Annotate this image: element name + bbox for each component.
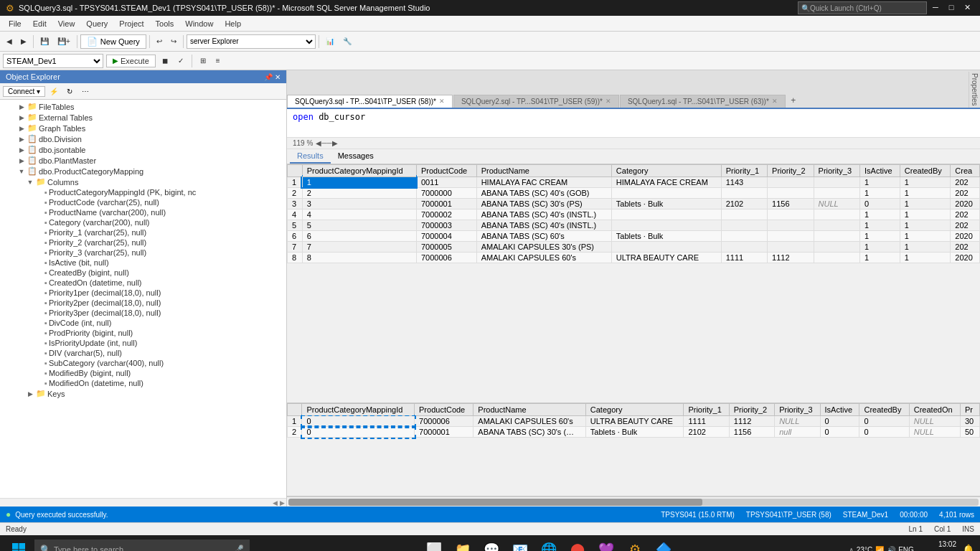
taskbar-outlook[interactable]: 📧: [509, 538, 532, 551]
start-button[interactable]: [6, 537, 32, 551]
table-row[interactable]: 337000001ABANA TABS (SC) 30's (PS)Tablet…: [288, 198, 980, 209]
cancel-query-button[interactable]: ◼: [159, 53, 171, 69]
col-active[interactable]: IsActive: [860, 164, 900, 176]
tree-node-19[interactable]: ▪Priority2per (decimal(18,0), null): [0, 298, 286, 308]
tree-node-8[interactable]: ▪ProductCategoryMappingId (PK, bigint, n…: [0, 187, 286, 197]
tab-query2[interactable]: SQLQuery2.sql - TP...S041\TP_USER (59))*…: [453, 95, 619, 108]
tree-node-5[interactable]: ▶📋dbo.PlantMaster: [0, 155, 286, 166]
col-by[interactable]: CreatedBy: [900, 164, 950, 176]
col-id[interactable]: ProductCategoryMappingId: [302, 164, 416, 176]
tab-query3[interactable]: SQLQuery3.sql - TP...S041\TP_USER (58))*…: [287, 95, 453, 108]
save-button[interactable]: 💾: [37, 34, 52, 50]
tree-node-20[interactable]: ▪Priority3per (decimal(18,0), null): [0, 308, 286, 318]
tree-node-23[interactable]: ▪IsPriorityUpdate (int, null): [0, 338, 286, 348]
col2-on[interactable]: CreatedOn: [909, 404, 960, 416]
col-category[interactable]: Category: [611, 164, 721, 176]
oe-pin-button[interactable]: 📌 ✕: [264, 73, 281, 81]
taskbar-teams[interactable]: 💬: [480, 538, 503, 551]
result-tab-results[interactable]: Results: [290, 149, 331, 164]
undo-button[interactable]: ↩: [153, 34, 166, 50]
execute-button[interactable]: ▶ Execute: [106, 55, 156, 67]
tree-node-15[interactable]: ▪IsActive (bit, null): [0, 258, 286, 268]
col2-active[interactable]: IsActive: [820, 404, 859, 416]
menu-help[interactable]: Help: [219, 18, 247, 29]
clock[interactable]: 13:02 06-07-2022: [920, 540, 956, 551]
col-p1[interactable]: Priority_1: [721, 164, 767, 176]
col-code[interactable]: ProductCode: [416, 164, 476, 176]
menu-tools[interactable]: Tools: [150, 18, 180, 29]
tree-node-27[interactable]: ▪ModifiedOn (datetime, null): [0, 378, 286, 388]
tab-query1[interactable]: SQLQuery1.sql - TP...S041\TP_USER (63))*…: [620, 95, 786, 108]
col2-id[interactable]: ProductCategoryMappingId: [302, 404, 415, 416]
redo-button[interactable]: ↪: [167, 34, 180, 50]
results-to-grid-button[interactable]: ⊞: [197, 53, 209, 69]
tree-node-4[interactable]: ▶📋dbo.jsontable: [0, 144, 286, 155]
menu-window[interactable]: Window: [179, 18, 219, 29]
hscroll-track[interactable]: [288, 499, 979, 506]
col-p3[interactable]: Priority_3: [814, 164, 859, 176]
close-button[interactable]: ✕: [960, 1, 974, 13]
back-button[interactable]: ◀: [3, 34, 16, 50]
tree-node-21[interactable]: ▪DivCode (int, null): [0, 318, 286, 328]
taskbar-explorer[interactable]: 📁: [451, 538, 474, 551]
minimize-button[interactable]: ─: [928, 1, 943, 13]
tab-query1-close[interactable]: ✕: [772, 98, 778, 105]
table-row[interactable]: 107000006AMALAKI CAPSULES 60'sULTRA BEAU…: [288, 416, 980, 427]
tab-query2-close[interactable]: ✕: [606, 98, 611, 105]
col2-p3[interactable]: Priority_3: [775, 404, 820, 416]
oe-more-button[interactable]: ⋯: [78, 85, 93, 98]
menu-file[interactable]: File: [3, 18, 27, 29]
tree-node-26[interactable]: ▪ModifiedBy (bigint, null): [0, 368, 286, 378]
properties-tab[interactable]: Properties: [969, 72, 980, 108]
result-tab-messages[interactable]: Messages: [331, 149, 381, 164]
tab-add-button[interactable]: +: [786, 93, 801, 108]
table-row[interactable]: 557000003ABANA TABS (SC) 40's (INSTL.)11…: [288, 220, 980, 230]
database-selector[interactable]: STEAM_Dev1: [3, 54, 103, 68]
query-editor[interactable]: open db_cursor: [287, 109, 980, 138]
tree-node-25[interactable]: ▪SubCategory (varchar(400), null): [0, 358, 286, 368]
table-row[interactable]: 110011HIMALAYA FAC CREAMHIMALAYA FACE CR…: [288, 176, 980, 187]
col-p2[interactable]: Priority_2: [768, 164, 814, 176]
col2-code[interactable]: ProductCode: [415, 404, 473, 416]
new-query-button[interactable]: 📄 New Query: [80, 34, 146, 49]
tree-node-28[interactable]: ▶📁Keys: [0, 388, 286, 399]
oe-connect-button[interactable]: Connect ▾: [3, 86, 45, 97]
taskbar-vscode[interactable]: 🔷: [652, 538, 675, 551]
tree-node-14[interactable]: ▪Priority_3 (varchar(25), null): [0, 248, 286, 258]
tree-node-18[interactable]: ▪Priority1per (decimal(18,0), null): [0, 288, 286, 298]
col2-extra[interactable]: Pr: [961, 404, 980, 416]
parse-button[interactable]: ✓: [174, 53, 187, 69]
col2-by[interactable]: CreatedBy: [859, 404, 909, 416]
table-row[interactable]: 207000001ABANA TABS (SC) 30's (…Tablets …: [288, 427, 980, 438]
col-name[interactable]: ProductName: [476, 164, 611, 176]
systray-volume[interactable]: 🔊: [887, 546, 895, 552]
hscroll-bar[interactable]: [287, 496, 980, 507]
taskbar-chrome[interactable]: ⬤: [566, 538, 589, 551]
table-row[interactable]: 887000006AMALAKI CAPSULES 60'sULTRA BEAU…: [288, 252, 980, 263]
restore-button[interactable]: □: [944, 1, 958, 13]
taskbar-search[interactable]: 🔍 Type here to search 🎤: [34, 540, 250, 551]
object-explorer-button[interactable]: 📊: [322, 34, 338, 50]
zoom-slider[interactable]: ◀──▶: [316, 139, 337, 147]
save-all-button[interactable]: 💾+: [54, 34, 74, 50]
tree-node-3[interactable]: ▶📋dbo.Division: [0, 133, 286, 144]
hscroll-thumb[interactable]: [288, 499, 702, 506]
menu-edit[interactable]: Edit: [27, 18, 52, 29]
col2-category[interactable]: Category: [585, 404, 684, 416]
systray-arrow[interactable]: ∧: [849, 546, 854, 552]
col-on[interactable]: Crea: [951, 164, 980, 176]
tree-node-12[interactable]: ▪Priority_1 (varchar(25), null): [0, 227, 286, 237]
taskbar-ssms[interactable]: ⚙: [623, 538, 646, 551]
forward-button[interactable]: ▶: [17, 34, 30, 50]
oe-refresh-button[interactable]: ↻: [62, 85, 77, 98]
col2-p2[interactable]: Priority_2: [729, 404, 774, 416]
oe-filter-button[interactable]: ⚡: [47, 85, 61, 98]
tree-node-9[interactable]: ▪ProductCode (varchar(25), null): [0, 197, 286, 207]
tree-node-2[interactable]: ▶📁Graph Tables: [0, 123, 286, 133]
menu-view[interactable]: View: [52, 18, 81, 29]
tree-node-22[interactable]: ▪ProdPriority (bigint, null): [0, 328, 286, 338]
tree-node-17[interactable]: ▪CreatedOn (datetime, null): [0, 278, 286, 288]
table-row[interactable]: 777000005AMALAKI CAPSULES 30's (PS)11202: [288, 241, 980, 252]
quick-launch-box[interactable]: 🔍 Quick Launch (Ctrl+Q): [798, 1, 927, 14]
tree-node-10[interactable]: ▪ProductName (varchar(200), null): [0, 207, 286, 217]
